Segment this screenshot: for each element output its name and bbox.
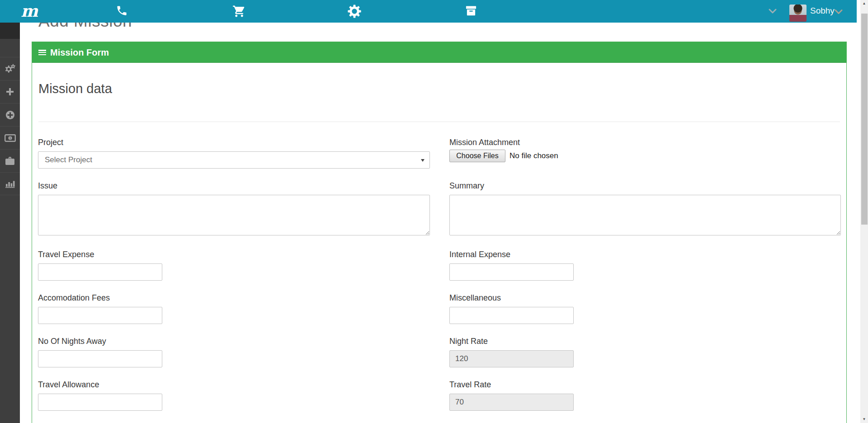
select-caret-icon <box>421 159 425 162</box>
money-icon: 1 <box>5 134 16 142</box>
field-travel-allowance: Travel Allowance <box>38 380 162 411</box>
file-status-text: No file chosen <box>509 151 558 160</box>
archive-icon[interactable] <box>464 5 478 18</box>
travel-expense-label: Travel Expense <box>38 250 162 259</box>
svg-text:1: 1 <box>9 136 11 140</box>
sidebar-item-money[interactable]: 1 <box>0 126 20 149</box>
chevron-down-icon[interactable] <box>768 8 778 14</box>
travel-rate-label: Travel Rate <box>449 380 574 390</box>
internal-expense-input[interactable] <box>449 263 574 281</box>
project-label: Project <box>38 138 430 147</box>
user-avatar[interactable] <box>789 5 807 22</box>
nights-away-input[interactable] <box>38 350 162 367</box>
project-select[interactable]: Select Project <box>38 151 430 169</box>
browser-scrollbar: ▲ ▼ <box>860 0 868 423</box>
accomodation-fees-label: Accomodation Fees <box>38 293 162 303</box>
sidebar-item-add[interactable] <box>0 80 20 103</box>
sidebar: 1 <box>0 23 20 423</box>
panel-body: Mission data Project Select Project Miss… <box>32 63 846 423</box>
issue-label: Issue <box>38 181 430 191</box>
sidebar-item-add-circle[interactable] <box>0 103 20 126</box>
sidebar-item-reports[interactable] <box>0 172 20 195</box>
scrollbar-thumb[interactable] <box>861 14 868 225</box>
field-internal-expense: Internal Expense <box>449 250 574 281</box>
briefcase-icon <box>5 156 15 165</box>
sidebar-toggle-block[interactable] <box>0 23 20 39</box>
field-mission-attachment: Mission Attachment Choose Files No file … <box>449 138 558 162</box>
field-summary: Summary <box>449 181 841 235</box>
sidebar-item-settings[interactable] <box>0 57 20 80</box>
gear-icon[interactable] <box>347 5 362 18</box>
issue-textarea[interactable] <box>38 195 430 235</box>
phone-icon[interactable] <box>114 5 129 18</box>
travel-allowance-input[interactable] <box>38 394 162 411</box>
travel-rate-input[interactable] <box>449 394 574 411</box>
summary-textarea[interactable] <box>449 195 841 235</box>
main-content: Add Mission Mission Form Mission data Pr… <box>20 0 860 423</box>
scrollbar-down-arrow[interactable]: ▼ <box>860 416 868 423</box>
scrollbar-up-arrow[interactable]: ▲ <box>860 0 868 7</box>
night-rate-label: Night Rate <box>449 337 574 346</box>
internal-expense-label: Internal Expense <box>449 250 574 259</box>
travel-expense-input[interactable] <box>38 263 162 281</box>
project-select-value: Select Project <box>45 155 92 164</box>
plus-icon <box>5 87 14 96</box>
nights-away-label: No Of Nights Away <box>38 337 162 346</box>
section-heading: Mission data <box>38 81 112 96</box>
shopping-cart-icon[interactable] <box>232 5 246 18</box>
user-name[interactable]: Sobhy <box>810 6 835 16</box>
field-travel-expense: Travel Expense <box>38 250 162 281</box>
mission-attachment-label: Mission Attachment <box>449 138 558 147</box>
topbar: m Sobhy <box>0 0 857 23</box>
app-logo[interactable]: m <box>21 1 38 21</box>
miscellaneous-label: Miscellaneous <box>449 293 574 303</box>
panel-title: Mission Form <box>50 47 109 58</box>
section-divider <box>38 122 840 122</box>
night-rate-input[interactable] <box>449 350 574 367</box>
field-night-rate: Night Rate <box>449 337 574 367</box>
summary-label: Summary <box>449 181 841 191</box>
field-miscellaneous: Miscellaneous <box>449 293 574 324</box>
bar-chart-icon <box>5 179 15 188</box>
panel-header: Mission Form <box>32 42 846 63</box>
plus-circle-icon <box>5 110 15 120</box>
sidebar-item-briefcase[interactable] <box>0 149 20 172</box>
choose-files-button[interactable]: Choose Files <box>449 150 505 162</box>
miscellaneous-input[interactable] <box>449 307 574 324</box>
field-nights-away: No Of Nights Away <box>38 337 162 367</box>
mission-form-panel: Mission Form Mission data Project Select… <box>32 42 847 423</box>
field-project: Project Select Project <box>38 138 430 169</box>
accomodation-fees-input[interactable] <box>38 307 162 324</box>
bars-icon[interactable] <box>38 50 46 55</box>
field-travel-rate: Travel Rate <box>449 380 574 411</box>
field-accomodation-fees: Accomodation Fees <box>38 293 162 324</box>
user-menu-chevron-icon[interactable] <box>834 9 844 15</box>
cogs-icon <box>5 64 15 74</box>
field-issue: Issue <box>38 181 430 235</box>
travel-allowance-label: Travel Allowance <box>38 380 162 390</box>
